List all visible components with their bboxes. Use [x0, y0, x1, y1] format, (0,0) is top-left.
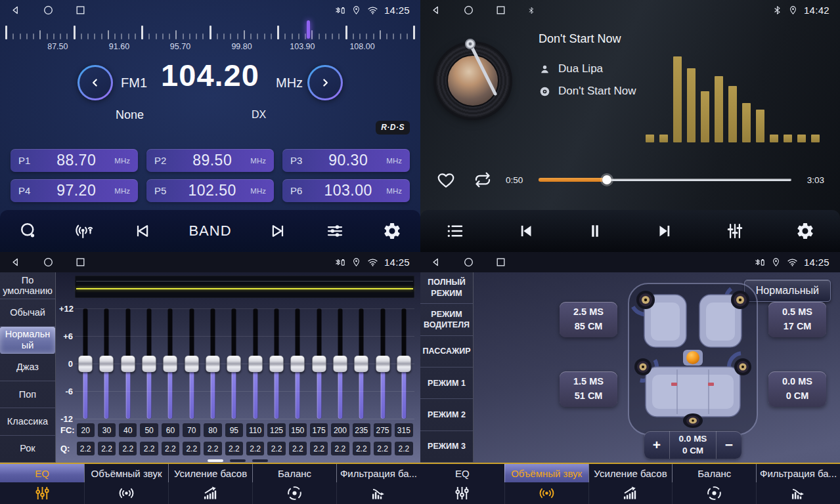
listening-mode-item[interactable]: РЕЖИМ 3 [420, 431, 473, 463]
nav-back-icon[interactable] [11, 257, 22, 268]
nav-back-icon[interactable] [11, 5, 22, 16]
fc-value-box[interactable]: 40 [119, 423, 137, 437]
tab-eq[interactable]: EQ [420, 464, 504, 504]
fc-value-box[interactable]: 80 [204, 423, 221, 437]
q-value-box[interactable]: 2.2 [183, 442, 200, 455]
fc-value-box[interactable]: 175 [310, 423, 328, 437]
fc-value-box[interactable]: 95 [225, 423, 243, 437]
q-value-box[interactable]: 2.2 [98, 442, 116, 455]
settings-gear-icon[interactable] [795, 221, 815, 241]
favorite-heart-icon[interactable] [436, 170, 456, 190]
seek-up-button[interactable] [307, 65, 343, 100]
nav-home-icon[interactable] [463, 257, 474, 268]
repeat-icon[interactable] [473, 170, 493, 190]
tab-balance[interactable]: Баланс [252, 464, 336, 504]
preset-button-p4[interactable]: P497.20MHz [11, 179, 138, 202]
listening-mode-item[interactable]: РЕЖИМ ВОДИТЕЛЯ [420, 304, 473, 335]
next-track-icon[interactable] [655, 221, 675, 241]
listening-mode-item[interactable]: ПОЛНЫЙ РЕЖИМ [420, 272, 473, 304]
tab-eq[interactable]: EQ [0, 464, 84, 504]
delay-front-right[interactable]: 0.5 MS 17 СМ [768, 302, 826, 337]
delay-rear-right[interactable]: 0.0 MS 0 СМ [768, 371, 826, 407]
nav-recents-icon[interactable] [495, 257, 506, 268]
equalizer-icon[interactable] [325, 221, 345, 241]
q-value-box[interactable]: 2.2 [331, 442, 349, 455]
preset-button-p2[interactable]: P289.50MHz [146, 149, 274, 172]
fc-value-box[interactable]: 30 [98, 423, 116, 437]
fc-value-box[interactable]: 110 [246, 423, 264, 437]
tab-bass-boost[interactable]: Усиление басов [168, 464, 252, 504]
delay-front-left[interactable]: 2.5 MS 85 СМ [560, 302, 617, 337]
q-value-box[interactable]: 2.2 [162, 442, 179, 455]
listening-mode-item[interactable]: РЕЖИМ 2 [420, 399, 473, 430]
nav-home-icon[interactable] [43, 257, 54, 268]
nav-recents-icon[interactable] [75, 5, 86, 16]
fc-value-box[interactable]: 20 [77, 423, 95, 437]
q-value-box[interactable]: 2.2 [119, 442, 137, 455]
preset-button-p5[interactable]: P5102.50MHz [146, 179, 274, 202]
nav-recents-icon[interactable] [75, 257, 86, 268]
pause-icon[interactable] [585, 221, 605, 241]
next-station-icon[interactable] [269, 221, 288, 241]
preset-button-p1[interactable]: P188.70MHz [11, 149, 138, 172]
tab-bass-boost[interactable]: Усиление басов [588, 464, 673, 504]
fc-value-box[interactable]: 275 [374, 423, 391, 437]
tab-crossover[interactable]: Фильтрация ба... [756, 464, 840, 504]
q-value-box[interactable]: 2.2 [374, 442, 391, 455]
previous-track-icon[interactable] [516, 221, 535, 241]
tab-crossover[interactable]: Фильтрация ба... [336, 464, 420, 504]
frequency-ruler[interactable]: 87.5091.6095.7099.80103.90108.00 [5, 22, 415, 54]
nav-home-icon[interactable] [43, 5, 54, 16]
q-value-box[interactable]: 2.2 [353, 442, 370, 455]
increase-delay-button[interactable]: + [644, 431, 669, 459]
q-value-box[interactable]: 2.2 [225, 442, 243, 455]
q-value-box[interactable]: 2.2 [140, 442, 158, 455]
preset-button-p6[interactable]: P6103.00MHz [282, 179, 410, 202]
q-value-box[interactable]: 2.2 [246, 442, 264, 455]
delay-rear-left[interactable]: 1.5 MS 51 СМ [560, 371, 617, 407]
q-value-box[interactable]: 2.2 [77, 442, 95, 455]
nav-back-icon[interactable] [431, 257, 442, 268]
seek-down-button[interactable] [77, 65, 113, 100]
fc-value-box[interactable]: 150 [289, 423, 307, 437]
band-button[interactable]: BAND [188, 222, 231, 240]
nav-home-icon[interactable] [463, 5, 474, 16]
eq-preset-item[interactable]: Рок [0, 436, 55, 463]
q-value-box[interactable]: 2.2 [204, 442, 221, 455]
listener-position-dot[interactable] [686, 351, 699, 364]
eq-preset-item[interactable]: Поп [0, 381, 55, 408]
eq-preset-item[interactable]: Классика [0, 408, 55, 435]
fc-value-box[interactable]: 200 [331, 423, 349, 437]
tab-balance[interactable]: Баланс [672, 464, 756, 504]
decrease-delay-button[interactable]: − [717, 431, 741, 459]
tab-surround-sound[interactable]: Объёмный звук [84, 464, 168, 504]
fc-value-box[interactable]: 50 [140, 423, 158, 437]
q-value-box[interactable]: 2.2 [395, 442, 412, 455]
playlist-icon[interactable] [445, 221, 465, 241]
fc-value-box[interactable]: 315 [395, 423, 412, 437]
previous-station-icon[interactable] [132, 221, 152, 241]
preset-button-p3[interactable]: P390.30MHz [282, 149, 410, 172]
eq-preset-item[interactable]: Обычай [0, 299, 55, 326]
q-value-box[interactable]: 2.2 [267, 442, 285, 455]
nav-recents-icon[interactable] [495, 5, 506, 16]
listening-mode-item[interactable]: ПАССАЖИР [420, 336, 473, 368]
broadcast-icon[interactable] [76, 221, 95, 241]
eq-preset-item[interactable]: Джаз [0, 354, 55, 381]
eq-preset-item[interactable]: По умолчанию [0, 272, 55, 299]
fc-value-box[interactable]: 70 [183, 423, 200, 437]
eq-preset-item[interactable]: Нормальный [0, 327, 55, 354]
tab-surround-sound[interactable]: Объёмный звук [504, 464, 588, 504]
equalizer-icon[interactable] [725, 221, 745, 241]
seek-thumb[interactable] [602, 175, 611, 184]
fc-value-box[interactable]: 235 [353, 423, 370, 437]
settings-gear-icon[interactable] [382, 221, 402, 241]
q-value-box[interactable]: 2.2 [310, 442, 328, 455]
nav-back-icon[interactable] [431, 5, 442, 16]
scan-search-icon[interactable] [18, 221, 38, 241]
listening-mode-item[interactable]: РЕЖИМ 1 [420, 368, 473, 399]
fc-value-box[interactable]: 60 [162, 423, 179, 437]
seek-slider[interactable] [539, 175, 791, 185]
q-value-box[interactable]: 2.2 [289, 442, 307, 455]
fc-value-box[interactable]: 125 [267, 423, 285, 437]
